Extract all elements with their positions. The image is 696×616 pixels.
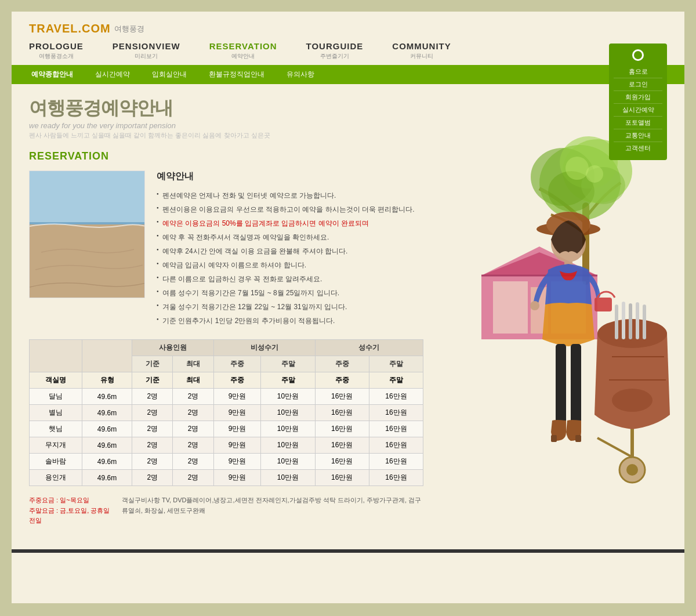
th-empty1 [30,340,82,372]
cell-peak-wd: 16만원 [315,454,369,470]
nav-item-pensionview[interactable]: PENSIONVIEW 미리보기 [113,41,180,60]
res-item-1: 펜션이용은 이용요금의 우선으로 적용하고이 예약을 하시는것이 더욱 편리합니… [157,202,667,216]
cell-max: 2명 [173,454,213,470]
svg-rect-39 [30,224,145,298]
cell-name: 용인개 [30,470,82,486]
sub-nav-refund[interactable]: 환불규정직업안내 [206,68,267,81]
cell-offpeak-wk: 10만원 [261,454,315,470]
nav-item-reservation[interactable]: RESERVATION 예약안내 [209,41,277,60]
th-wd2: 주중 [315,372,369,389]
cell-offpeak-wk: 10만원 [261,421,315,437]
sub-nav-综合[interactable]: 예약종합안내 [29,68,75,81]
sidebar-link-join[interactable]: 회원가입 [614,91,662,104]
notes-left: 주중요금 : 일~목요일 주말요금 : 금,토요일, 공휴일 전일 [29,495,110,526]
th-peak: 성수기 [315,340,423,356]
cell-std: 2명 [132,437,173,454]
section-heading: RESERVATION [29,150,667,162]
th-std2: 기준 [132,372,173,389]
cell-std: 2명 [132,454,173,470]
cell-type: 49.6m [82,454,132,470]
table-row: 달님 49.6m 2명 2명 9만원 10만원 16만원 16만원 [30,389,423,405]
nav-community-sub: 커뮤니티 [392,52,451,60]
sub-nav-realtime[interactable]: 실시간예약 [93,68,132,81]
page-title-desc: 펜사 사람들에 느끼고 싶을때 싫을때 같이 함께하는 좋은이리 싫음에 찾아가… [29,131,667,140]
notes-right: 객실구비사항 TV, DVD플레이어,냉장고,세면전 전자레인지,가설검주방 석… [122,495,423,526]
table-row: 솔바람 49.6m 2명 2명 9만원 10만원 16만원 16만원 [30,454,423,470]
sub-nav-lounge[interactable]: 입회실안내 [150,68,189,81]
nav-item-tourguide[interactable]: TOURGUIDE 주변즐기기 [306,41,364,60]
th-capacity: 사용인원 [132,340,214,356]
cell-offpeak-wd: 9만원 [213,470,261,486]
reservation-list: 펜션예약은 언제나 전화 및 인터넷 예약으로 가능합니다. 펜션이용은 이용요… [157,189,667,328]
nav-tourguide-main: TOURGUIDE [306,41,364,51]
cell-offpeak-wd: 9만원 [213,454,261,470]
cell-peak-wk: 16만원 [369,421,423,437]
res-item-9: 기준 인원추가시 1인당 2만원의 추가비용이 적용됩니다. [157,314,667,328]
cell-name: 햇님 [30,421,82,437]
cell-type: 49.6m [82,389,132,405]
header: TRAVEL.COM 여행풍경 [12,12,684,35]
res-item-4: 예약후 24시간 안에 객실 이용 요금을 완불해 주셔야 합니다. [157,244,667,258]
table-row: 용인개 49.6m 2명 2명 9만원 10만원 16만원 16만원 [30,470,423,486]
sidebar-link-login[interactable]: 로그인 [614,78,662,91]
cell-type: 49.6m [82,405,132,421]
logo-area: TRAVEL.COM 여행풍경 [29,22,144,35]
sidebar-link-realtime[interactable]: 실시간예약 [614,104,662,117]
sidebar-link-home[interactable]: 홈으로 [614,66,662,78]
page-title-kr: 여행풍경예약안내 [29,96,667,121]
th-wk1: 주말 [261,372,315,389]
note-weekday: 주중요금 : 일~목요일 [29,495,110,506]
cell-peak-wk: 16만원 [369,389,423,405]
th-offpeak-wk: 주말 [261,356,315,372]
nav-item-prologue[interactable]: PROLOGUE 여행풍경소개 [29,41,84,60]
cell-type: 49.6m [82,470,132,486]
reservation-sub-title: 예약안내 [157,171,667,183]
svg-rect-37 [30,171,145,223]
res-item-0: 펜션예약은 언제나 전화 및 인터넷 예약으로 가능합니다. [157,189,667,202]
cell-std: 2명 [132,405,173,421]
sub-nav-notice[interactable]: 유의사항 [284,68,317,81]
th-offpeak-wd: 주중 [213,356,261,372]
cell-std: 2명 [132,470,173,486]
nav-item-community[interactable]: COMMUNITY 커뮤니티 [392,41,451,60]
th-offpeak: 비성수기 [213,340,315,356]
cell-peak-wd: 16만원 [315,437,369,454]
page-title-area: 여행풍경예약안내 we ready for you the very impor… [29,96,667,140]
cell-peak-wk: 16만원 [369,405,423,421]
right-sidebar: 홈으로 로그인 회원가입 실시간예약 포토앨범 교통안내 고객센터 [609,44,667,160]
cell-peak-wd: 16만원 [315,389,369,405]
nav-prologue-main: PROLOGUE [29,41,84,51]
th-std: 기준 [132,356,173,372]
cell-name: 무지개 [30,437,82,454]
cell-std: 2명 [132,421,173,437]
res-item-3: 예약 후 꼭 전화주셔서 객실명과 예약일을 확인하세요. [157,230,667,244]
table-row: 무지개 49.6m 2명 2명 9만원 10만원 16만원 16만원 [30,437,423,454]
th-empty2 [82,340,132,372]
cell-offpeak-wd: 9만원 [213,405,261,421]
beach-svg [30,171,145,298]
cell-peak-wd: 16만원 [315,405,369,421]
main-content: 여행풍경예약안내 we ready for you the very impor… [12,84,684,538]
cell-peak-wk: 16만원 [369,454,423,470]
cell-offpeak-wd: 9만원 [213,389,261,405]
th-peak-wk: 주말 [369,356,423,372]
cell-offpeak-wk: 10만원 [261,405,315,421]
outer-wrapper: TRAVEL.COM 여행풍경 홈으로 로그인 회원가입 실시간예약 포토앨범 … [0,0,696,615]
cell-max: 2명 [173,437,213,454]
logo-sub: 여행풍경 [114,24,144,34]
res-table-wrap: 사용인원 비성수기 성수기 기준 최대 주중 주말 주중 주말 [29,339,667,486]
notes-area: 주중요금 : 일~목요일 주말요금 : 금,토요일, 공휴일 전일 객실구비사항… [29,495,423,526]
sub-nav: 예약종합안내 실시간예약 입회실안내 환불규정직업안내 유의사항 [12,65,684,84]
cell-name: 달님 [30,389,82,405]
th-peak-wd: 주중 [315,356,369,372]
reservation-text-block: 예약안내 펜션예약은 언제나 전화 및 인터넷 예약으로 가능합니다. 펜션이용… [157,171,667,328]
logo-text[interactable]: TRAVEL.COM [29,22,111,35]
sidebar-link-photo[interactable]: 포토앨범 [614,117,662,129]
cell-max: 2명 [173,405,213,421]
nav-tourguide-sub: 주변즐기기 [306,52,364,60]
sidebar-link-customer[interactable]: 고객센터 [614,142,662,154]
sidebar-link-transport[interactable]: 교통안내 [614,129,662,142]
cell-max: 2명 [173,421,213,437]
nav-reservation-main: RESERVATION [209,41,277,51]
th-type: 유형 [82,372,132,389]
